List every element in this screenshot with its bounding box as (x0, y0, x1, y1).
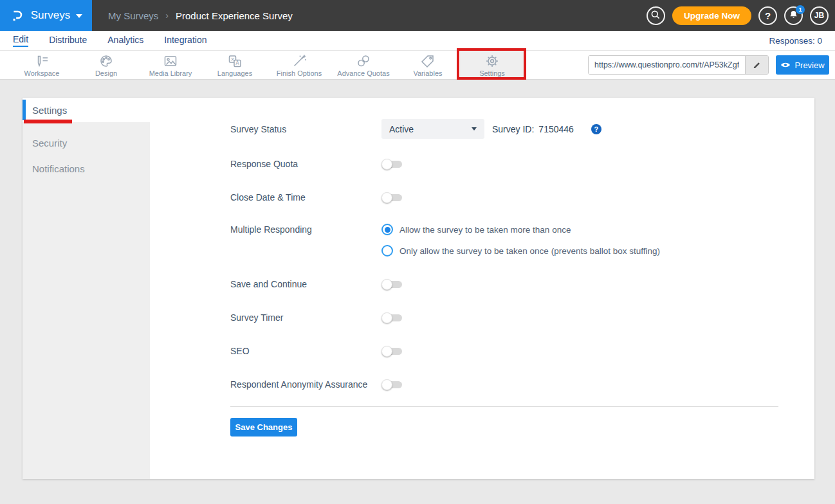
toolbar-item-design[interactable]: Design (74, 50, 138, 80)
notifications-button[interactable]: 1 (784, 6, 803, 25)
finish-options-icon (291, 53, 307, 69)
questionpro-logo-icon (10, 8, 25, 23)
survey-timer-toggle[interactable] (381, 312, 402, 323)
row-multiple-responding: Multiple Responding Allow the survey to … (230, 223, 789, 236)
active-indicator-bar (23, 100, 26, 120)
toolbar-right: Preview (588, 55, 835, 75)
workspace-icon (34, 53, 50, 69)
tab-edit[interactable]: Edit (13, 34, 28, 47)
save-continue-toggle[interactable] (381, 278, 402, 290)
row-save-continue: Save and Continue (230, 278, 789, 291)
toolbar-item-settings[interactable]: Settings (460, 50, 524, 80)
page-title: Product Experience Survey (176, 10, 293, 21)
row-close-date: Close Date & Time (230, 191, 789, 204)
sidebar-item-settings[interactable]: Settings (23, 98, 150, 122)
settings-icon (484, 53, 500, 69)
eye-icon (780, 61, 791, 69)
survey-id-help-icon[interactable]: ? (591, 124, 601, 134)
tab-distribute[interactable]: Distribute (49, 35, 87, 46)
sidebar-item-security[interactable]: Security (23, 130, 150, 156)
responses-count[interactable]: Responses: 0 (769, 36, 822, 46)
app-window: Surveys My Surveys › Product Experience … (0, 0, 835, 504)
settings-panel: Settings Security Notifications Survey S… (23, 98, 814, 479)
form-divider (230, 406, 778, 407)
anonymity-label: Respondent Anonymity Assurance (230, 379, 381, 390)
nav-tabs: Edit Distribute Analytics Integration (13, 34, 206, 47)
survey-id-value: 7150446 (538, 124, 574, 134)
tab-integration[interactable]: Integration (164, 35, 206, 46)
anonymity-toggle[interactable] (381, 379, 402, 390)
survey-url-input[interactable] (589, 56, 745, 74)
chevron-down-icon (472, 127, 477, 130)
toolbar-item-label: Languages (217, 69, 252, 77)
save-changes-button[interactable]: Save Changes (230, 418, 297, 437)
top-header: Surveys My Surveys › Product Experience … (0, 0, 835, 31)
toolbar-item-finish-options[interactable]: Finish Options (267, 50, 331, 80)
row-response-quota: Response Quota (230, 158, 789, 170)
toolbar-item-label: Advance Quotas (337, 69, 389, 77)
save-continue-label: Save and Continue (230, 279, 381, 289)
toolbar-item-media-library[interactable]: Media Library (138, 50, 203, 80)
edit-url-button[interactable] (745, 56, 768, 74)
survey-url-field (588, 55, 769, 75)
toolbar-item-label: Workspace (24, 69, 60, 77)
notification-count-badge: 1 (796, 5, 805, 14)
response-quota-toggle[interactable] (381, 158, 402, 170)
toolbar-item-advance-quotas[interactable]: Advance Quotas (331, 50, 396, 80)
sidebar-group: Security Notifications (23, 122, 150, 479)
edit-toolbar: Workspace Design Media Library (0, 50, 835, 80)
survey-status-dropdown[interactable]: Active (381, 119, 484, 139)
multiple-responding-label: Multiple Responding (230, 224, 381, 235)
variables-icon (420, 53, 436, 69)
radio-allow-multiple[interactable] (381, 224, 393, 235)
user-avatar[interactable]: JB (810, 6, 829, 25)
svg-text:A: A (235, 60, 239, 66)
search-icon (650, 10, 661, 22)
toolbar-item-label: Variables (413, 69, 442, 77)
row-multiple-responding-option2: Only allow the survey to be taken once (… (230, 244, 789, 257)
design-icon (98, 53, 114, 69)
toolbar-item-label: Settings (479, 69, 505, 77)
preview-label: Preview (794, 60, 824, 70)
help-button[interactable]: ? (758, 6, 777, 25)
toolbar-item-label: Media Library (149, 69, 192, 77)
question-mark-icon: ? (765, 10, 771, 21)
radio-only-once[interactable] (381, 245, 393, 256)
seo-label: SEO (230, 346, 381, 356)
primary-nav: Edit Distribute Analytics Integration Re… (0, 31, 835, 50)
radio-selected-dot (385, 227, 390, 233)
upgrade-now-button[interactable]: Upgrade Now (672, 6, 751, 25)
survey-id-label: Survey ID: (492, 124, 534, 134)
settings-sidebar: Settings Security Notifications (23, 98, 150, 479)
breadcrumb-separator: › (165, 10, 169, 21)
breadcrumb: My Surveys › Product Experience Survey (108, 10, 293, 21)
toolbar-item-workspace[interactable]: Workspace (10, 50, 74, 80)
row-anonymity: Respondent Anonymity Assurance (230, 378, 789, 391)
product-switcher[interactable]: Surveys (0, 0, 92, 31)
seo-toggle[interactable] (381, 345, 402, 357)
sidebar-item-label: Security (32, 138, 67, 148)
survey-status-value: Active (389, 124, 472, 134)
breadcrumb-my-surveys[interactable]: My Surveys (108, 10, 158, 21)
toolbar-item-label: Finish Options (277, 69, 322, 77)
row-survey-status: Survey Status Active Survey ID: 7150446 … (230, 119, 789, 139)
radio-allow-multiple-label: Allow the survey to be taken more than o… (399, 225, 571, 235)
sidebar-item-notifications[interactable]: Notifications (23, 156, 150, 181)
product-label: Surveys (31, 9, 70, 22)
tab-analytics[interactable]: Analytics (107, 35, 143, 46)
pencil-icon (753, 60, 762, 69)
close-date-toggle[interactable] (381, 192, 402, 203)
row-seo: SEO (230, 345, 789, 357)
header-actions: Upgrade Now ? 1 JB (647, 6, 835, 25)
toolbar-item-label: Design (95, 69, 117, 77)
advance-quotas-icon (356, 53, 371, 69)
sidebar-item-label: Settings (32, 105, 67, 116)
radio-only-once-label: Only allow the survey to be taken once (… (399, 246, 660, 256)
preview-button[interactable]: Preview (776, 55, 829, 75)
search-button[interactable] (647, 6, 665, 25)
chevron-down-icon (76, 14, 82, 18)
toolbar-item-variables[interactable]: Variables (396, 50, 460, 80)
response-quota-label: Response Quota (230, 159, 381, 169)
toolbar-item-languages[interactable]: × A Languages (203, 50, 267, 80)
row-survey-timer: Survey Timer (230, 311, 789, 324)
